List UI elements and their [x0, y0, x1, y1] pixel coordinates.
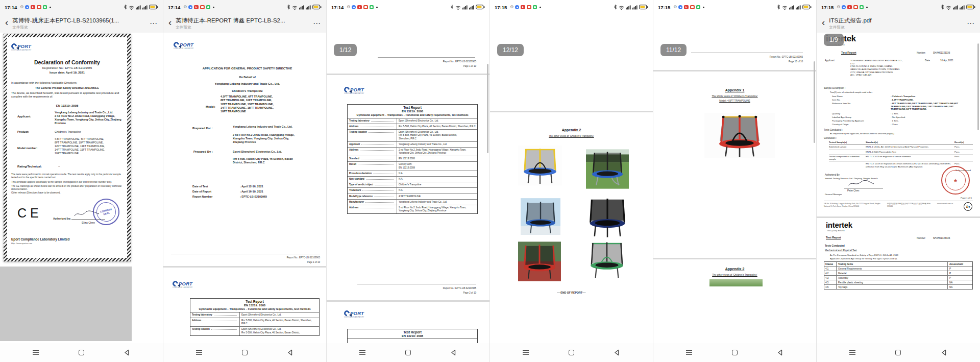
age-group-line: Applicant's Specified Age Group for Test…	[830, 257, 897, 260]
back-nav-button[interactable]	[941, 349, 947, 356]
page-separator	[817, 216, 980, 218]
home-button[interactable]	[895, 350, 901, 355]
field-value: : 2 Sets.	[891, 112, 972, 115]
sample-description-label: Sample Description :	[824, 87, 845, 90]
row-label: Testing laboratory	[192, 313, 212, 316]
field-value: : 6FT TRAMPOLINE;10FT TRAMPOLINE; 14FT T…	[891, 102, 972, 111]
signer-name: Peter Chen	[847, 189, 859, 192]
signal-icon-sim2	[632, 5, 638, 10]
back-nav-button[interactable]	[777, 349, 783, 356]
recents-menu-button[interactable]	[686, 349, 692, 356]
wifi-icon	[619, 5, 624, 10]
status-time: 17:14	[5, 5, 17, 10]
back-button[interactable]: ‹	[5, 17, 8, 28]
clause-assessment: P	[948, 271, 972, 275]
footer-page-no: Page 10 of 10	[770, 60, 803, 64]
items-col: Testing Items	[837, 262, 948, 266]
page-indicator-badge: 1/9	[824, 34, 844, 46]
product-value: Children's Trampoline	[55, 130, 81, 134]
gear-icon: ⚙	[183, 5, 187, 9]
row-value: Rm 5-508, Haibin City Plaza, 46 Section,…	[397, 124, 477, 129]
clause-row: 4.5Flexible plastic sheetingNA	[824, 280, 972, 285]
screen-2-report-cover-preview: 17:14 ⚙ ‹ 英博特正本-REPORT 博鑫 EPTC-LB-S2... …	[163, 0, 327, 362]
back-button[interactable]: ‹	[822, 17, 825, 28]
home-button[interactable]	[405, 350, 411, 355]
recents-menu-button[interactable]	[33, 349, 39, 356]
table-row: ResultComply with: EN 13219:2008	[348, 162, 477, 171]
back-nav-button[interactable]	[450, 349, 457, 356]
row-label: Testing location	[349, 131, 367, 133]
scrollbar[interactable]	[977, 43, 979, 130]
gear-icon: ⚙	[673, 5, 677, 9]
mail-app-icon	[527, 5, 531, 9]
eport-logo: PORT COMPLIANCE LABORATORY	[173, 281, 199, 288]
scrollbar[interactable]	[814, 61, 815, 143]
back-button[interactable]: ‹	[168, 17, 172, 28]
status-bar: 17:14 ⚙	[0, 0, 163, 14]
intertek-logo: intertek	[826, 221, 852, 229]
battery-icon	[966, 5, 975, 10]
clause-item: Assembly	[837, 276, 948, 280]
eport-swoosh-icon	[173, 41, 180, 49]
common-seal-text: COMMON SEAL	[94, 200, 118, 224]
bluetooth-icon	[450, 5, 454, 10]
trampoline-photo-sky	[521, 198, 560, 235]
page-number: Page 1 of 6	[961, 197, 972, 200]
intertek-seal: ★	[941, 166, 970, 195]
mail-app-icon	[200, 5, 205, 9]
table-row: StandardEN 13219:2008	[348, 156, 477, 162]
screen-5-appendix1-photo: 17:15 ⚙ 11/12 Report No.: EPTC-LB-S21039…	[653, 0, 817, 362]
signal-icon-sim1	[789, 5, 794, 10]
sample-description-line: Two(2) sets of submitted sample said to …	[830, 91, 873, 94]
recents-menu-button[interactable]	[196, 349, 202, 356]
eport-caption: COMPLIANCE LABORATORY	[11, 50, 38, 51]
page-footer: Report No.: EPTC-LB-S2103965 Page 2 of 1…	[443, 286, 476, 295]
app-notification-icon	[25, 5, 29, 9]
report-heading: Test Report	[826, 236, 841, 239]
more-options-button[interactable]: ⋯	[967, 19, 975, 28]
back-nav-button[interactable]	[124, 349, 130, 356]
home-button[interactable]	[569, 350, 574, 355]
more-options-button[interactable]: ⋯	[313, 19, 321, 28]
applicant-value: Yongkang Lebeng Industry and Trade Co., …	[55, 111, 124, 125]
status-time: 17:14	[168, 5, 180, 10]
chat-app-icon	[206, 5, 210, 9]
table-row: AddressRm 5-508, Haibin City Plaza, 46 S…	[190, 318, 319, 327]
eport-swoosh-icon	[343, 309, 351, 317]
clause-assessment: NA	[948, 280, 972, 284]
home-button[interactable]	[732, 350, 738, 355]
model-label: Model number:	[17, 147, 37, 150]
recents-menu-button[interactable]	[849, 349, 855, 356]
row-label: Testing laboratory	[349, 119, 370, 122]
wifi-icon	[455, 5, 461, 10]
conclusion-col-sample: Tested Sample(s)	[829, 141, 866, 144]
app-subtitle: 文件预览	[829, 25, 964, 30]
notification-dot-icon	[50, 7, 51, 8]
product-name: Children's Trampoline	[171, 89, 324, 93]
table-title: Test Report	[350, 106, 475, 109]
clause-table: Clause Testing Items Assessment 4.1Gener…	[824, 261, 973, 289]
model-label: Model:	[206, 105, 215, 109]
back-nav-button[interactable]	[287, 349, 293, 356]
eport-logo: PORT COMPLIANCE LABORATORY	[344, 310, 371, 318]
recents-menu-button[interactable]	[523, 349, 529, 356]
row-label: Address	[349, 149, 358, 151]
more-options-button[interactable]: ⋯	[150, 19, 158, 28]
page-indicator-badge: 12/12	[497, 44, 524, 56]
home-button[interactable]	[79, 350, 84, 355]
video-app-icon	[31, 5, 35, 9]
next-appendix-subtitle: The other views of 'Children's Trampolin…	[653, 274, 816, 277]
standard-name: EN 13219: 2008	[7, 104, 127, 108]
test-report-table: Test Report EN 13219: 2008 Gymnastic equ…	[190, 298, 320, 336]
clause-header-row: Clause Testing Items Assessment	[824, 262, 972, 267]
home-button[interactable]	[242, 350, 248, 355]
scrollbar[interactable]	[487, 64, 488, 153]
clause-no: 4.3	[824, 276, 837, 280]
eport-swoosh-icon	[10, 42, 18, 50]
conclusion-standard: EN 71-3: 2019 on migration of certain el…	[866, 162, 954, 168]
signal-icon-sim2	[960, 5, 965, 10]
wifi-icon	[946, 5, 951, 10]
back-nav-button[interactable]	[614, 349, 620, 356]
recents-menu-button[interactable]	[359, 349, 365, 356]
applicant-label: Applicant:	[825, 59, 835, 62]
